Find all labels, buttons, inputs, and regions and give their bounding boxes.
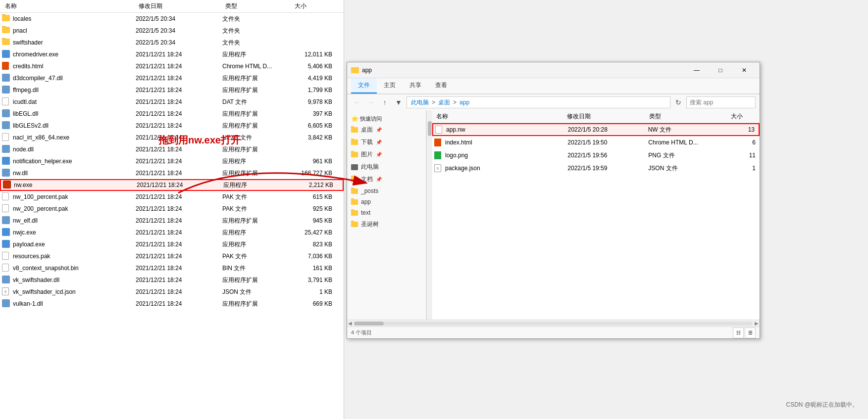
rh-col-type[interactable]: 类型 xyxy=(649,112,731,121)
nav-item-_posts[interactable]: _posts xyxy=(347,186,426,196)
table-row[interactable]: notification_helper.exe2021/12/21 18:24应… xyxy=(0,155,344,167)
dll-icon xyxy=(2,145,11,154)
table-row[interactable]: d3dcompiler_47.dll2021/12/21 18:24应用程序扩展… xyxy=(0,72,344,84)
refresh-button[interactable]: ↻ xyxy=(672,96,684,108)
table-row[interactable]: ffmpeg.dll2021/12/21 18:24应用程序扩展1,799 KB xyxy=(0,84,344,96)
file-type: Chrome HTML D... xyxy=(648,139,729,146)
table-row[interactable]: payload.exe2021/12/21 18:24应用程序823 KB xyxy=(0,238,344,250)
table-row[interactable]: swiftshader2022/1/5 20:34文件夹 xyxy=(0,37,344,48)
nav-item-图片[interactable]: 图片 📌 xyxy=(347,148,426,161)
list-item[interactable]: {}package.json2022/1/5 19:59JSON 文件1 xyxy=(432,162,760,175)
nwexe-icon xyxy=(3,181,12,189)
table-row[interactable]: vulkan-1.dll2021/12/21 18:24应用程序扩展669 KB xyxy=(0,298,344,310)
ribbon-tab-文件[interactable]: 文件 xyxy=(351,78,377,93)
table-row[interactable]: {}vk_swiftshader_icd.json2021/12/21 18:2… xyxy=(0,286,344,298)
file-size: 25,427 KB xyxy=(292,229,336,236)
titlebar-folder-icon xyxy=(351,67,359,73)
nav-item-圣诞树[interactable]: 圣诞树 xyxy=(347,218,426,231)
nav-item-label: 圣诞树 xyxy=(361,220,379,229)
right-main-area: ⭐ 快速访问桌面 📌下载 📌图片 📌此电脑文档 📌_postsapptext圣诞… xyxy=(347,110,760,320)
ribbon-tab-共享[interactable]: 共享 xyxy=(403,78,428,93)
file-name: nw_100_percent.pak xyxy=(13,193,68,200)
nav-item-app[interactable]: app xyxy=(347,196,426,207)
table-row[interactable]: libEGL.dll2021/12/21 18:24应用程序扩展397 KB xyxy=(0,108,344,120)
table-row[interactable]: libGLESv2.dll2021/12/21 18:24应用程序扩展6,605… xyxy=(0,120,344,132)
table-row[interactable]: nw.exe2021/12/21 18:24应用程序2,212 KB xyxy=(0,179,344,191)
search-input[interactable] xyxy=(686,96,756,108)
folder-icon xyxy=(351,210,358,216)
nav-item-下载[interactable]: 下载 📌 xyxy=(347,136,426,148)
list-item[interactable]: app.nw2022/1/5 20:28NW 文件13 xyxy=(432,123,760,136)
file-date: 2021/12/21 18:24 xyxy=(136,122,222,129)
col-header-date[interactable]: 修改日期 xyxy=(139,2,225,10)
item-count: 4 个项目 xyxy=(351,329,372,336)
file-type: 应用程序扩展 xyxy=(222,276,292,284)
address-path[interactable]: 此电脑 > 桌面 > app xyxy=(407,96,670,108)
ribbon-tab-查看[interactable]: 查看 xyxy=(428,78,454,93)
file-size: 161 KB xyxy=(292,265,336,272)
file-name: credits.html xyxy=(13,63,43,70)
table-row[interactable]: credits.html2021/12/21 18:24Chrome HTML … xyxy=(0,60,344,72)
back-button[interactable]: ← xyxy=(351,96,363,108)
table-row[interactable]: chromedriver.exe2021/12/21 18:24应用程序12,0… xyxy=(0,48,344,60)
nav-item-文档[interactable]: 文档 📌 xyxy=(347,173,426,186)
col-header-size[interactable]: 大小 xyxy=(295,2,339,10)
rh-col-date[interactable]: 修改日期 xyxy=(567,112,649,121)
table-row[interactable]: nwjc.exe2021/12/21 18:24应用程序25,427 KB xyxy=(0,227,344,238)
list-item[interactable]: index.html2022/1/5 19:50Chrome HTML D...… xyxy=(432,136,760,149)
path-desktop[interactable]: 桌面 xyxy=(438,98,450,107)
up-button[interactable]: ↑ xyxy=(379,96,391,108)
table-row[interactable]: vk_swiftshader.dll2021/12/21 18:24应用程序扩展… xyxy=(0,274,344,286)
file-date: 2021/12/21 18:24 xyxy=(136,63,222,70)
ribbon-tab-主页[interactable]: 主页 xyxy=(377,78,403,93)
table-row[interactable]: v8_context_snapshot.bin2021/12/21 18:24B… xyxy=(0,262,344,274)
col-header-name[interactable]: 名称 xyxy=(0,2,139,10)
dll-icon xyxy=(2,74,11,83)
minimize-button[interactable]: — xyxy=(685,62,708,78)
col-header-type[interactable]: 类型 xyxy=(225,2,295,10)
detail-view-button[interactable]: ☰ xyxy=(745,327,756,338)
pin-icon: 📌 xyxy=(376,152,382,157)
table-row[interactable]: resources.pak2021/12/21 18:24PAK 文件7,036… xyxy=(0,250,344,262)
table-row[interactable]: nw_200_percent.pak2021/12/21 18:24PAK 文件… xyxy=(0,203,344,215)
folder-icon xyxy=(2,38,11,47)
file-date: 2021/12/21 18:24 xyxy=(137,182,223,188)
table-row[interactable]: icudtl.dat2021/12/21 18:24DAT 文件9,978 KB xyxy=(0,96,344,108)
file-date: 2022/1/5 19:56 xyxy=(567,152,648,159)
table-row[interactable]: nacl_irt_x86_64.nexe2021/12/21 18:24NEXE… xyxy=(0,132,344,143)
nav-item-label: 文档 xyxy=(361,175,373,184)
rh-col-name[interactable]: 名称 xyxy=(432,112,567,121)
file-size: 6 xyxy=(729,139,758,146)
horizontal-scrollbar[interactable]: ◀ ▶ xyxy=(347,320,760,326)
html-icon xyxy=(434,139,442,146)
path-computer[interactable]: 此电脑 xyxy=(411,98,429,107)
close-button[interactable]: ✕ xyxy=(733,62,756,78)
maximize-button[interactable]: □ xyxy=(709,62,732,78)
file-size: 13 xyxy=(728,126,757,133)
nav-item-label: 桌面 xyxy=(361,126,373,134)
nav-item-此电脑[interactable]: 此电脑 xyxy=(347,161,426,173)
table-row[interactable]: pnacl2022/1/5 20:34文件夹 xyxy=(0,25,344,37)
rh-col-size[interactable]: 大小 xyxy=(731,112,760,121)
nav-item-桌面[interactable]: 桌面 📌 xyxy=(347,124,426,136)
file-name: nw.exe xyxy=(14,182,32,188)
file-size: 669 KB xyxy=(292,300,336,307)
table-row[interactable]: locales2022/1/5 20:34文件夹 xyxy=(0,13,344,25)
file-type: 文件夹 xyxy=(222,27,292,35)
path-app[interactable]: app xyxy=(460,99,469,106)
file-date: 2022/1/5 19:50 xyxy=(567,139,648,146)
list-view-button[interactable]: ☷ xyxy=(733,327,744,338)
table-row[interactable]: nw.dll2021/12/21 18:24应用程序扩展166,727 KB xyxy=(0,167,344,179)
html-icon xyxy=(2,62,11,71)
forward-button[interactable]: → xyxy=(365,96,377,108)
address-bar: ← → ↑ ▼ 此电脑 > 桌面 > app ↻ xyxy=(347,94,760,110)
nav-item-text[interactable]: text xyxy=(347,207,426,218)
file-type: Chrome HTML D... xyxy=(222,63,292,70)
recent-button[interactable]: ▼ xyxy=(393,96,405,108)
list-item[interactable]: logo.png2022/1/5 19:56PNG 文件11 xyxy=(432,149,760,162)
table-row[interactable]: nw_100_percent.pak2021/12/21 18:24PAK 文件… xyxy=(0,191,344,203)
file-type: 文件夹 xyxy=(222,39,292,47)
table-row[interactable]: nw_elf.dll2021/12/21 18:24应用程序扩展945 KB xyxy=(0,215,344,227)
table-row[interactable]: node.dll2021/12/21 18:24应用程序扩展 xyxy=(0,143,344,155)
file-date: 2021/12/21 18:24 xyxy=(136,75,222,82)
